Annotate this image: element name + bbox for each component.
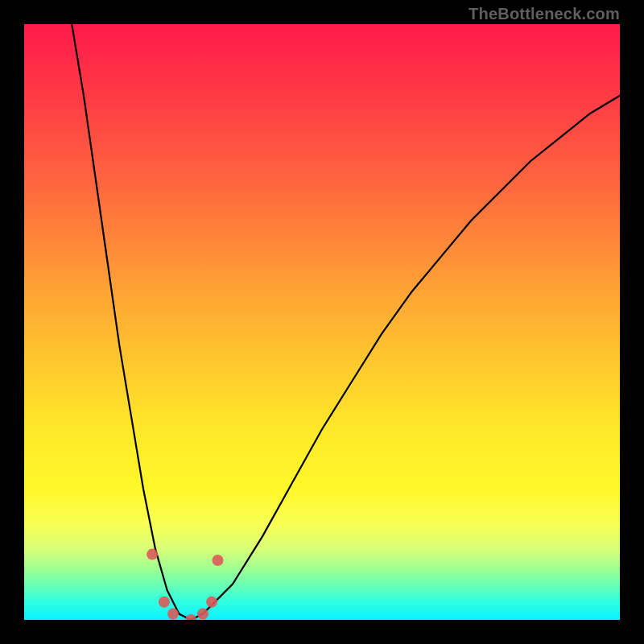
curve-marker (197, 609, 208, 620)
curve-marker (147, 549, 158, 560)
curve-marker (159, 597, 170, 608)
curve-marker (213, 555, 224, 566)
chart-plot-area (24, 24, 620, 620)
bottleneck-curve-path (72, 24, 620, 620)
bottleneck-curve-svg (24, 24, 620, 620)
curve-marker (167, 609, 179, 620)
curve-marker (206, 597, 217, 608)
curve-marker (185, 614, 196, 620)
watermark-text: TheBottleneck.com (469, 5, 620, 23)
